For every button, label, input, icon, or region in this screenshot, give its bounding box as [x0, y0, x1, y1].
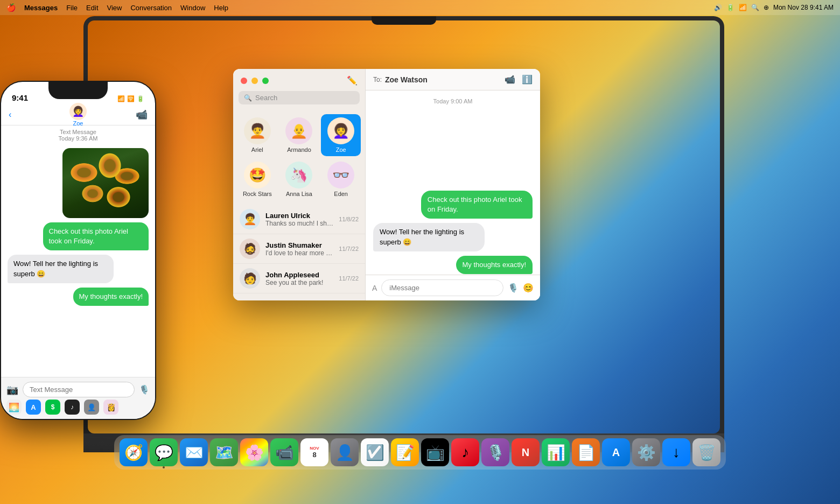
dock-safari[interactable]: 🧭 [120, 438, 148, 466]
laptop-notch [372, 16, 436, 25]
battery-icon: 🔋 [726, 4, 734, 11]
iphone-contacts-app-icon[interactable]: 👤 [84, 400, 99, 415]
dock-contacts[interactable]: 👤 [331, 438, 359, 466]
menubar-edit[interactable]: Edit [86, 4, 98, 12]
lauren-date: 11/8/22 [339, 216, 359, 222]
menubar-conversation[interactable]: Conversation [130, 4, 172, 12]
chat-input-area: A 🎙️ 😊 [366, 275, 540, 300]
ariel-name: Ariel [251, 146, 263, 153]
menubar: 🍎 Messages File Edit View Conversation W… [0, 0, 840, 15]
dock-system-settings[interactable]: ⚙️ [632, 438, 660, 466]
messages-sidebar: ✏️ 🔍 Search 🧑‍🦱 Ariel 🧑 [233, 69, 365, 300]
chat-messages: Today 9:00 AM Check out this photo Ariel… [366, 90, 540, 275]
iphone-message-input[interactable] [23, 382, 135, 397]
iphone-status-icons: 📶 🛜 🔋 [117, 95, 144, 102]
eden-name: Eden [334, 191, 348, 197]
apple-menu[interactable]: 🍎 [6, 3, 16, 12]
zoe-name: Zoe [336, 146, 346, 153]
compose-button[interactable]: ✏️ [347, 75, 358, 86]
info-icon[interactable]: ℹ️ [522, 74, 533, 85]
rockstars-avatar: 🤩 [244, 162, 271, 188]
dock-appstore[interactable]: A [602, 438, 630, 466]
annalisa-avatar: 🦄 [285, 162, 312, 188]
video-call-icon[interactable]: 📹 [505, 74, 515, 85]
window-minimize-button[interactable] [251, 78, 258, 84]
window-maximize-button[interactable] [262, 78, 269, 84]
contact-lauren[interactable]: 🧑‍🦱 Lauren Ulrick Thanks so much! I shou… [233, 205, 365, 234]
audio-icon[interactable]: 🎙️ [508, 283, 519, 293]
message-input[interactable] [381, 279, 503, 296]
iphone-notch [48, 82, 108, 99]
dock-airdrop[interactable]: ↓ [662, 438, 690, 466]
menubar-view[interactable]: View [107, 4, 122, 12]
dock-reminders[interactable]: ☑️ [361, 438, 389, 466]
control-center-icon[interactable]: ⊕ [764, 4, 769, 11]
contact-john[interactable]: 🧑 John Appleseed See you at the park! 11… [233, 264, 365, 293]
annalisa-name: Anna Lisa [286, 191, 312, 197]
iphone-camera-icon[interactable]: 📷 [6, 384, 18, 396]
dock-facetime[interactable]: 📹 [270, 438, 298, 466]
emoji-icon[interactable]: 😊 [523, 283, 534, 293]
dock-pages[interactable]: 📄 [572, 438, 600, 466]
iphone-chat-area: Check out this photo Ariel took on Frida… [1, 144, 155, 348]
dock-calendar[interactable]: NOV8 [300, 438, 328, 466]
search-bar[interactable]: 🔍 Search [239, 91, 360, 104]
apps-icon[interactable]: A [372, 284, 377, 292]
john-avatar: 🧑 [240, 268, 260, 289]
laptop-screen: ✏️ 🔍 Search 🧑‍🦱 Ariel 🧑 [88, 20, 720, 433]
dock-appletv[interactable]: 📺 [421, 438, 449, 466]
menubar-file[interactable]: File [66, 4, 78, 12]
dock-news[interactable]: N [512, 438, 540, 466]
dock-podcasts[interactable]: 🎙️ [481, 438, 509, 466]
john-date: 11/7/22 [339, 275, 359, 282]
search-icon[interactable]: 🔍 [751, 4, 759, 11]
contact-justin[interactable]: 🧔 Justin Shumaker I'd love to hear more … [233, 234, 365, 264]
pin-contact-rockstars[interactable]: 🤩 Rock Stars [237, 158, 277, 200]
iphone-contact-center[interactable]: 👩‍🦱 Zoe [69, 103, 87, 127]
iphone-music-app-icon[interactable]: ♪ [65, 400, 80, 415]
iphone-photos-app-icon[interactable]: 🌅 [6, 400, 22, 415]
dock-numbers[interactable]: 📊 [542, 438, 570, 466]
dock-mail[interactable]: ✉️ [180, 438, 208, 466]
pin-contact-zoe[interactable]: 👩‍🦱 Zoe [321, 114, 361, 156]
john-preview: See you at the park! [265, 279, 333, 286]
iphone-signal-icon: 📶 [117, 95, 125, 102]
menubar-window[interactable]: Window [180, 4, 205, 12]
lauren-preview: Thanks so much! I should be there by 9:0… [265, 220, 333, 227]
window-controls: ✏️ [233, 69, 365, 91]
menubar-app-name[interactable]: Messages [24, 4, 58, 12]
iphone-cash-app-icon[interactable]: $ [45, 400, 60, 415]
dock-trash[interactable]: 🗑️ [692, 438, 720, 466]
iphone-message-image-row [8, 148, 149, 218]
iphone-message-sent-1-row: Check out this photo Ariel took on Frida… [8, 222, 149, 250]
message-received-1: Wow! Tell her the lighting is superb 😄 [373, 223, 485, 251]
iphone-memoji-app-icon[interactable]: 👸 [103, 400, 118, 415]
to-label: To: [373, 76, 382, 83]
recipient-name: Zoe Watson [385, 75, 428, 84]
message-sent-1-row: Check out this photo Ariel took on Frida… [373, 191, 533, 219]
dock-music[interactable]: ♪ [451, 438, 479, 466]
iphone-message-received-1: Wow! Tell her the lighting is superb 😄 [8, 255, 114, 283]
justin-info: Justin Shumaker I'd love to hear more ab… [265, 241, 333, 257]
messages-window: ✏️ 🔍 Search 🧑‍🦱 Ariel 🧑 [233, 69, 540, 300]
armando-avatar: 🧑‍🦲 [285, 117, 312, 144]
dock-notes[interactable]: 📝 [391, 438, 419, 466]
pin-contact-armando[interactable]: 🧑‍🦲 Armando [279, 114, 319, 156]
dock-photos[interactable]: 🌸 [240, 438, 268, 466]
dock-messages[interactable]: 💬 [150, 438, 178, 466]
menubar-help[interactable]: Help [214, 4, 228, 12]
iphone-screen: 9:41 📶 🛜 🔋 ‹ 👩‍🦱 Zoe 📹 Text Message Toda… [1, 82, 155, 419]
justin-preview: I'd love to hear more about your project… [265, 249, 333, 257]
iphone-body: 9:41 📶 🛜 🔋 ‹ 👩‍🦱 Zoe 📹 Text Message Toda… [0, 81, 156, 420]
pin-contact-ariel[interactable]: 🧑‍🦱 Ariel [237, 114, 277, 156]
dock-maps[interactable]: 🗺️ [210, 438, 238, 466]
iphone-audio-icon[interactable]: 🎙️ [139, 384, 150, 395]
pin-contact-annalisa[interactable]: 🦄 Anna Lisa [279, 158, 319, 200]
iphone-back-button[interactable]: ‹ [9, 110, 11, 120]
john-name: John Appleseed [265, 271, 333, 279]
chat-header: To: Zoe Watson 📹 ℹ️ [366, 69, 540, 90]
iphone-appstore-app-icon[interactable]: A [26, 400, 41, 415]
pin-contact-eden[interactable]: 👓 Eden [321, 158, 361, 200]
iphone-video-icon[interactable]: 📹 [136, 109, 148, 121]
window-close-button[interactable] [241, 78, 247, 84]
